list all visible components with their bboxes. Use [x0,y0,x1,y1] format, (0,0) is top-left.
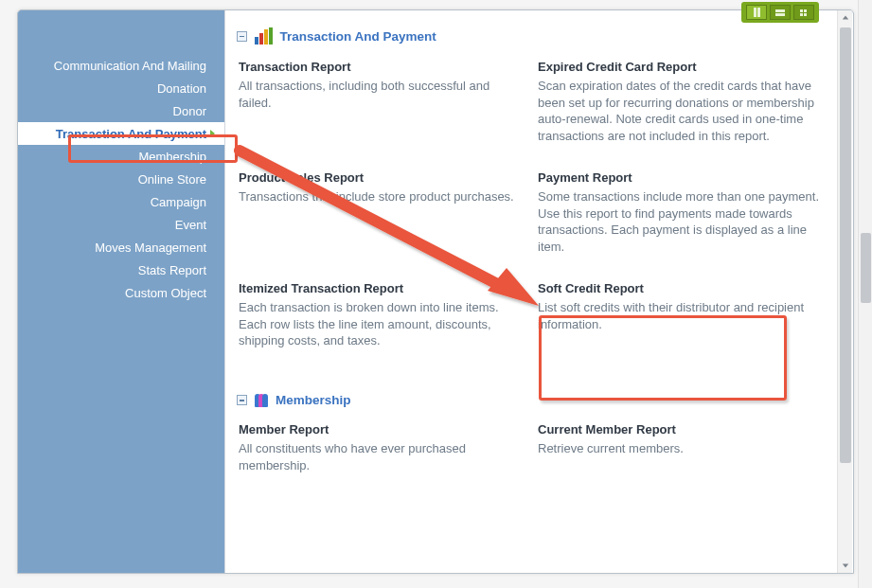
sidebar-item-communication[interactable]: Communication And Mailing [18,54,224,77]
main-panel: Transaction And Payment Transaction Repo… [224,10,853,573]
scroll-down-button[interactable] [838,558,852,573]
section-title: Membership [276,393,351,407]
section-title: Transaction And Payment [280,29,436,44]
section-header-transaction: Transaction And Payment [235,24,828,54]
sidebar-item-label: Stats Report [138,263,206,277]
report-desc: Some transactions include more than one … [538,188,824,255]
membership-reports-grid: Member Report All constituents who have … [235,417,828,490]
report-title: Itemized Transaction Report [239,281,525,295]
sidebar-item-label: Custom Object [125,286,206,300]
report-title: Member Report [239,422,525,437]
report-card-expired-credit-card[interactable]: Expired Credit Card Report Scan expirati… [538,60,824,144]
sidebar-item-label: Transaction And Payment [56,127,206,141]
report-card-member[interactable]: Member Report All constituents who have … [239,422,525,473]
collapse-toggle-icon[interactable] [237,31,247,42]
page-scrollbar [858,0,872,588]
report-card-soft-credit[interactable]: Soft Credit Report List soft credits wit… [538,281,824,349]
people-icon [255,394,268,407]
sidebar-item-stats-report[interactable]: Stats Report [18,258,224,281]
report-card-payment[interactable]: Payment Report Some transactions include… [538,170,824,255]
sidebar-item-label: Donor [173,104,206,118]
page-scroll-thumb[interactable] [861,233,871,303]
sidebar-item-campaign[interactable]: Campaign [18,190,224,213]
app-frame: Communication And Mailing Donation Donor… [17,9,854,574]
sidebar: Communication And Mailing Donation Donor… [18,10,224,573]
sidebar-item-event[interactable]: Event [18,213,224,236]
report-card-product-sales[interactable]: Product Sales Report Transactions that i… [239,170,525,255]
report-desc: All constituents who have ever purchased… [239,440,525,473]
sidebar-item-label: Campaign [151,195,206,209]
main-scrollbar [837,10,852,573]
collapse-toggle-icon[interactable] [237,395,247,405]
report-title: Current Member Report [538,422,824,437]
sidebar-item-custom-object[interactable]: Custom Object [18,281,224,304]
report-title: Transaction Report [239,60,525,74]
sidebar-item-label: Donation [157,81,206,96]
view-mode-grid-button[interactable] [793,5,814,20]
sidebar-item-moves-management[interactable]: Moves Management [18,236,224,258]
report-title: Soft Credit Report [538,281,824,295]
sidebar-item-label: Membership [138,150,206,164]
report-card-current-member[interactable]: Current Member Report Retrieve current m… [538,422,824,473]
report-desc: Each transaction is broken down into lin… [239,299,525,349]
transaction-reports-grid: Transaction Report All transactions, inc… [235,54,828,366]
scroll-up-button[interactable] [838,10,852,26]
view-mode-columns-button[interactable] [746,5,767,20]
view-mode-rows-button[interactable] [770,5,791,20]
scroll-thumb[interactable] [840,27,851,463]
report-card-transaction[interactable]: Transaction Report All transactions, inc… [239,60,525,144]
report-desc: Transactions that include store product … [239,188,525,205]
sidebar-item-donor[interactable]: Donor [18,99,224,122]
report-desc: Scan expiration dates of the credit card… [538,78,824,144]
chevron-right-icon [210,130,215,137]
section-header-membership: Membership [235,389,828,417]
sidebar-item-label: Event [175,218,206,232]
sidebar-item-donation[interactable]: Donation [18,77,224,99]
sidebar-item-membership[interactable]: Membership [18,145,224,168]
report-title: Product Sales Report [239,170,525,185]
bar-chart-icon [255,27,273,45]
sidebar-item-label: Online Store [138,172,206,187]
report-title: Payment Report [538,170,824,185]
report-desc: Retrieve current members. [538,440,824,457]
report-title: Expired Credit Card Report [538,60,824,74]
report-desc: All transactions, including both success… [239,78,525,111]
sidebar-item-online-store[interactable]: Online Store [18,168,224,190]
sidebar-item-transaction-payment[interactable]: Transaction And Payment [18,122,224,145]
report-card-itemized-transaction[interactable]: Itemized Transaction Report Each transac… [239,281,525,349]
sidebar-item-label: Moves Management [95,241,206,255]
sidebar-item-label: Communication And Mailing [54,59,206,73]
view-mode-toolbar [741,2,819,23]
report-desc: List soft credits with their distributor… [538,299,824,332]
